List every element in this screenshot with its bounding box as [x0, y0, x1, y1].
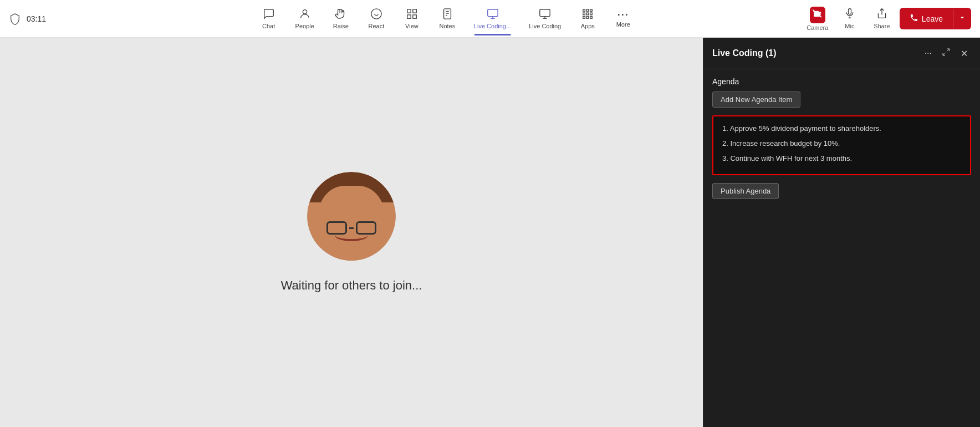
svg-rect-17: [586, 9, 589, 12]
top-bar: 03:11 Chat People Raise: [0, 0, 980, 38]
svg-rect-19: [583, 13, 585, 15]
nav-item-notes[interactable]: Notes: [431, 2, 464, 35]
nav-label-people: People: [295, 23, 314, 29]
live-coding-active-icon: [487, 8, 499, 22]
share-button[interactable]: Share: [867, 4, 896, 33]
svg-rect-20: [586, 13, 589, 15]
top-bar-right: Camera Mic Share Leave: [803, 4, 980, 33]
svg-rect-13: [540, 9, 550, 17]
shield-icon: [9, 13, 21, 25]
face-skin: [318, 186, 385, 261]
nav-label-more: More: [616, 21, 630, 28]
nav-label-view: View: [405, 23, 418, 29]
nav-item-view[interactable]: View: [395, 2, 428, 35]
view-icon: [406, 8, 418, 22]
leave-phone-icon: [910, 13, 918, 24]
share-label: Share: [874, 23, 890, 29]
nav-item-live-coding-active[interactable]: Live Coding...: [466, 2, 519, 35]
camera-button[interactable]: Camera: [803, 4, 832, 33]
chat-icon: [263, 8, 275, 22]
nav-label-apps: Apps: [581, 23, 595, 29]
agenda-label: Agenda: [712, 77, 971, 86]
nav-item-live-coding-2[interactable]: Live Coding: [521, 2, 569, 35]
people-icon: [299, 8, 311, 22]
nav-item-react[interactable]: React: [360, 2, 393, 35]
svg-rect-23: [586, 17, 589, 19]
panel-body: Agenda Add New Agenda Item 1. Approve 5%…: [703, 69, 980, 427]
panel-actions: ··· ✕: [921, 45, 971, 61]
avatar: [307, 172, 396, 261]
panel-close-button[interactable]: ✕: [957, 46, 971, 61]
more-icon: ···: [617, 10, 629, 20]
nav-items: Chat People Raise React: [89, 2, 803, 35]
nav-label-raise: Raise: [333, 23, 349, 29]
nav-label-live-coding-2: Live Coding: [529, 23, 561, 29]
leave-button-group[interactable]: Leave: [900, 8, 971, 29]
nav-label-live-coding-active: Live Coding...: [474, 23, 511, 29]
svg-rect-10: [487, 9, 497, 17]
mic-label: Mic: [845, 23, 854, 29]
svg-point-0: [303, 10, 307, 14]
svg-rect-18: [590, 9, 593, 12]
svg-rect-2: [407, 9, 411, 13]
main-content: Waiting for others to join... Live Codin…: [0, 38, 980, 427]
nav-item-more[interactable]: ··· More: [606, 2, 640, 35]
agenda-item-1: 1. Approve 5% dividend payment to shareh…: [722, 123, 961, 135]
mic-button[interactable]: Mic: [835, 4, 864, 33]
panel-popout-button[interactable]: [938, 45, 954, 61]
camera-label: Camera: [807, 24, 828, 31]
video-area: Waiting for others to join...: [0, 38, 703, 427]
leave-chevron[interactable]: [953, 9, 971, 28]
leave-label: Leave: [922, 14, 943, 23]
camera-icon: [810, 7, 825, 23]
svg-rect-21: [590, 13, 593, 15]
svg-rect-3: [413, 9, 416, 13]
nav-item-chat[interactable]: Chat: [252, 2, 285, 35]
svg-rect-24: [590, 17, 593, 19]
smile: [335, 229, 368, 241]
nav-label-chat: Chat: [262, 23, 275, 29]
apps-icon: [581, 8, 594, 22]
svg-rect-22: [583, 17, 585, 19]
publish-agenda-button[interactable]: Publish Agenda: [712, 183, 779, 199]
agenda-item-3: 3. Continue with WFH for next 3 months.: [722, 153, 961, 165]
nav-item-raise[interactable]: Raise: [324, 2, 358, 35]
svg-rect-6: [443, 9, 451, 19]
agenda-item-2: 2. Increase research budget by 10%.: [722, 138, 961, 150]
raise-icon: [335, 8, 347, 22]
mic-icon: [844, 8, 855, 22]
svg-rect-25: [848, 9, 851, 14]
add-agenda-button[interactable]: Add New Agenda Item: [712, 92, 800, 108]
nav-label-notes: Notes: [440, 23, 456, 29]
svg-rect-4: [407, 15, 411, 18]
svg-point-1: [371, 9, 381, 19]
right-panel: Live Coding (1) ··· ✕ Agenda Add New Age…: [703, 38, 980, 427]
live-coding-2-icon: [539, 8, 551, 22]
nav-item-apps[interactable]: Apps: [571, 2, 604, 35]
top-bar-left: 03:11: [0, 13, 89, 25]
panel-header: Live Coding (1) ··· ✕: [703, 38, 980, 69]
nav-item-people[interactable]: People: [288, 2, 322, 35]
agenda-list: 1. Approve 5% dividend payment to shareh…: [712, 115, 971, 175]
leave-main[interactable]: Leave: [900, 8, 953, 29]
notes-icon: [441, 8, 453, 22]
svg-rect-5: [413, 15, 416, 18]
share-icon: [876, 8, 887, 22]
timer: 03:11: [27, 14, 46, 23]
panel-title: Live Coding (1): [712, 48, 777, 58]
svg-rect-16: [583, 9, 585, 12]
avatar-face: [307, 172, 396, 261]
panel-more-button[interactable]: ···: [921, 46, 935, 60]
nav-label-react: React: [369, 23, 385, 29]
waiting-text: Waiting for others to join...: [281, 278, 422, 293]
react-icon: [370, 8, 382, 22]
